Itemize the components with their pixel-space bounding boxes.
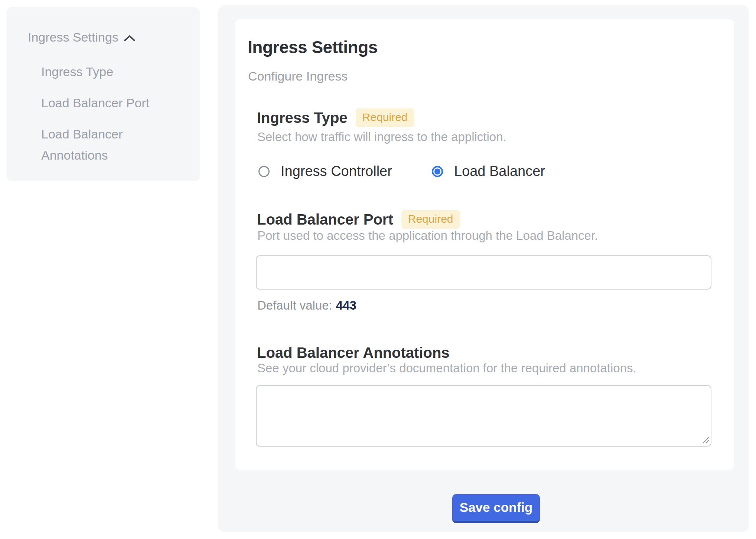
radio-label-ingress-controller[interactable]: Ingress Controller — [281, 163, 392, 179]
radio-selected-icon[interactable] — [432, 166, 443, 177]
sidebar-group-ingress-settings[interactable]: Ingress Settings — [28, 30, 136, 45]
load-balancer-annotations-textarea[interactable] — [256, 385, 711, 447]
radio-option-load-balancer[interactable]: Load Balancer — [432, 163, 545, 179]
default-value-number: 443 — [336, 298, 356, 312]
ingress-type-label-row: Ingress Type Required — [257, 108, 414, 127]
load-balancer-port-label: Load Balancer Port — [257, 211, 393, 228]
required-badge: Required — [401, 210, 460, 229]
sidebar-item-list: Ingress Type Load Balancer Port Load Bal… — [41, 61, 175, 176]
load-balancer-annotations-label-row: Load Balancer Annotations — [257, 344, 450, 361]
radio-unselected-icon[interactable] — [258, 166, 270, 177]
sidebar-group-label: Ingress Settings — [28, 30, 118, 45]
load-balancer-port-label-row: Load Balancer Port Required — [257, 210, 460, 229]
ingress-type-description: Select how traffic will ingress to the a… — [257, 130, 506, 144]
load-balancer-port-input[interactable] — [256, 255, 711, 290]
load-balancer-annotations-description: See your cloud provider’s documentation … — [257, 361, 636, 375]
load-balancer-annotations-field — [256, 385, 711, 447]
save-config-button[interactable]: Save config — [452, 494, 540, 523]
ingress-type-label: Ingress Type — [257, 110, 348, 126]
sidebar-item-ingress-type[interactable]: Ingress Type — [41, 61, 175, 82]
ingress-type-radio-group: Ingress Controller Load Balancer — [258, 163, 545, 179]
radio-option-ingress-controller[interactable]: Ingress Controller — [258, 163, 392, 179]
required-badge: Required — [356, 108, 414, 127]
default-value-line: Default value:443 — [257, 298, 356, 313]
default-value-label: Default value: — [257, 298, 332, 312]
settings-panel: Ingress Settings Configure Ingress Ingre… — [218, 5, 749, 532]
page-title: Ingress Settings — [248, 37, 378, 57]
chevron-up-icon — [124, 35, 136, 42]
page-subtitle: Configure Ingress — [248, 69, 348, 84]
sidebar-item-load-balancer-annotations[interactable]: Load Balancer Annotations — [41, 124, 175, 166]
settings-nav-sidebar: Ingress Settings Ingress Type Load Balan… — [7, 7, 200, 181]
ingress-settings-card: Ingress Settings Configure Ingress Ingre… — [235, 19, 734, 470]
sidebar-item-load-balancer-port[interactable]: Load Balancer Port — [41, 92, 175, 114]
radio-label-load-balancer[interactable]: Load Balancer — [454, 163, 545, 179]
load-balancer-annotations-label: Load Balancer Annotations — [257, 344, 450, 361]
load-balancer-port-description: Port used to access the application thro… — [257, 229, 598, 243]
